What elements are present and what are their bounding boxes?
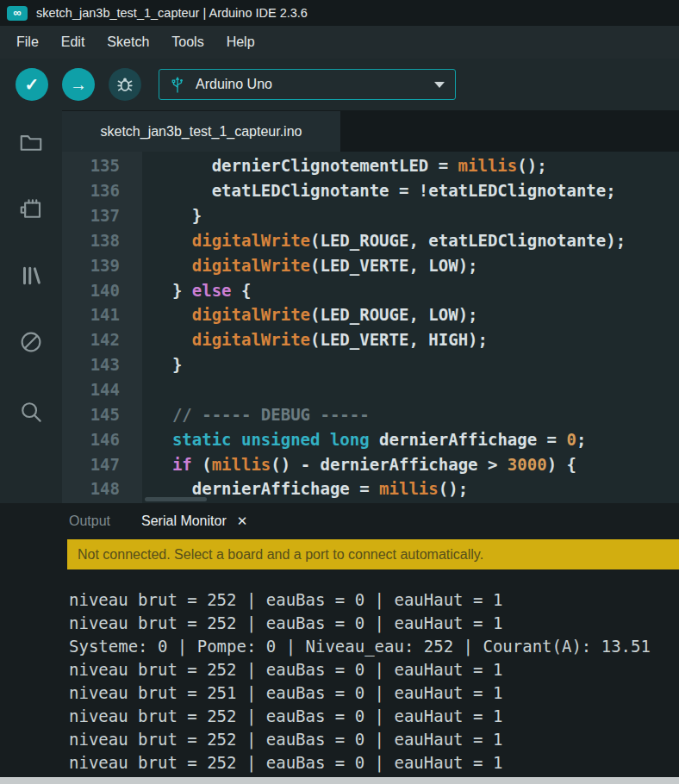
serial-line: niveau brut = 252 | eauBas = 0 | eauHaut…	[69, 706, 679, 730]
line-number: 135	[62, 156, 142, 175]
usb-icon	[170, 75, 185, 94]
line-number: 147	[62, 455, 142, 474]
code-lines: 135 dernierClignotementLED = millis();13…	[62, 153, 679, 501]
titlebar: ∞ sketch_jan3b_test_1_capteur | Arduino …	[0, 0, 679, 26]
search-icon[interactable]	[18, 399, 44, 425]
serial-line: niveau brut = 251 | eauBas = 0 | eauHaut…	[69, 683, 679, 706]
line-number: 146	[62, 430, 142, 449]
line-number: 143	[62, 355, 142, 374]
sketchbook-folder-icon[interactable]	[18, 129, 44, 155]
code-line: 143 }	[62, 352, 679, 377]
tab-output[interactable]: Output	[69, 513, 110, 529]
verify-button[interactable]: ✓	[16, 68, 48, 101]
caret-down-icon	[434, 82, 445, 88]
library-manager-icon[interactable]	[18, 263, 44, 289]
code-line: 141 digitalWrite(LED_ROUGE, LOW);	[62, 302, 679, 327]
activity-sidebar	[0, 110, 62, 503]
horizontal-scrollbar-track[interactable]	[0, 777, 679, 784]
line-number: 138	[62, 231, 142, 250]
window-title: sketch_jan3b_test_1_capteur | Arduino ID…	[36, 6, 308, 20]
board-selector[interactable]: Arduino Uno	[159, 69, 456, 100]
debug-button[interactable]	[109, 68, 141, 101]
upload-arrow-icon: →	[70, 76, 87, 93]
menu-edit[interactable]: Edit	[50, 26, 97, 59]
serial-line: niveau brut = 252 | eauBas = 0 | eauHaut…	[69, 753, 679, 776]
not-connected-banner: Not connected. Select a board and a port…	[67, 539, 679, 569]
panel-tabs: Output Serial Monitor ✕	[0, 503, 679, 539]
upload-button[interactable]: →	[62, 68, 95, 101]
main-area: sketch_jan3b_test_1_capteur.ino 135 dern…	[0, 110, 679, 503]
line-number: 137	[62, 206, 142, 225]
line-number: 140	[62, 281, 142, 300]
code-line: 139 digitalWrite(LED_VERTE, LOW);	[62, 252, 679, 277]
serial-line: niveau brut = 252 | eauBas = 0 | eauHaut…	[69, 660, 679, 683]
menu-sketch[interactable]: Sketch	[96, 26, 160, 59]
editor-tabstrip: sketch_jan3b_test_1_capteur.ino	[62, 110, 679, 152]
bug-icon	[115, 75, 134, 94]
bottom-panel: Output Serial Monitor ✕ Not connected. S…	[0, 503, 679, 777]
close-icon[interactable]: ✕	[237, 513, 248, 529]
arduino-logo-icon: ∞	[7, 6, 28, 21]
toolbar: ✓ → Arduino Uno	[0, 59, 679, 110]
code-line: 146 static unsigned long dernierAffichag…	[62, 426, 679, 451]
serial-line: niveau brut = 252 | eauBas = 0 | eauHaut…	[69, 730, 679, 753]
debug-view-icon[interactable]	[18, 329, 44, 355]
menu-help[interactable]: Help	[215, 26, 266, 59]
line-number: 145	[62, 405, 142, 424]
tab-serial-monitor[interactable]: Serial Monitor ✕	[141, 513, 247, 529]
serial-output: niveau brut = 252 | eauBas = 0 | eauHaut…	[0, 569, 679, 776]
boards-manager-icon[interactable]	[18, 196, 44, 222]
serial-line: niveau brut = 252 | eauBas = 0 | eauHaut…	[69, 613, 679, 637]
editor-horizontal-scrollbar[interactable]	[145, 497, 207, 501]
code-editor[interactable]: 135 dernierClignotementLED = millis();13…	[62, 152, 679, 503]
check-icon: ✓	[25, 76, 40, 93]
line-number: 139	[62, 256, 142, 275]
line-number: 144	[62, 380, 142, 399]
editor-tab[interactable]: sketch_jan3b_test_1_capteur.ino	[62, 111, 340, 152]
line-number: 148	[62, 479, 142, 498]
editor-column: sketch_jan3b_test_1_capteur.ino 135 dern…	[62, 110, 679, 503]
code-line: 137 }	[62, 203, 679, 228]
menu-tools[interactable]: Tools	[160, 26, 215, 59]
code-line: 135 dernierClignotementLED = millis();	[62, 153, 679, 178]
code-line: 145 // ----- DEBUG -----	[62, 401, 679, 426]
code-line: 138 digitalWrite(LED_ROUGE, etatLEDClign…	[62, 228, 679, 253]
line-number: 141	[62, 305, 142, 324]
line-number: 136	[62, 181, 142, 200]
menubar: FileEditSketchToolsHelp	[0, 26, 679, 59]
code-line: 140 } else {	[62, 277, 679, 302]
serial-line: Systeme: 0 | Pompe: 0 | Niveau_eau: 252 …	[69, 637, 679, 660]
serial-line: niveau brut = 252 | eauBas = 0 | eauHaut…	[69, 590, 679, 613]
code-line: 142 digitalWrite(LED_VERTE, HIGH);	[62, 327, 679, 352]
code-line: 144	[62, 377, 679, 402]
code-line: 147 if (millis() - dernierAffichage > 30…	[62, 451, 679, 476]
code-line: 136 etatLEDClignotante = !etatLEDClignot…	[62, 178, 679, 203]
board-name: Arduino Uno	[196, 77, 434, 92]
line-number: 142	[62, 330, 142, 349]
menu-file[interactable]: File	[5, 26, 50, 59]
tab-serial-monitor-label: Serial Monitor	[141, 513, 227, 529]
